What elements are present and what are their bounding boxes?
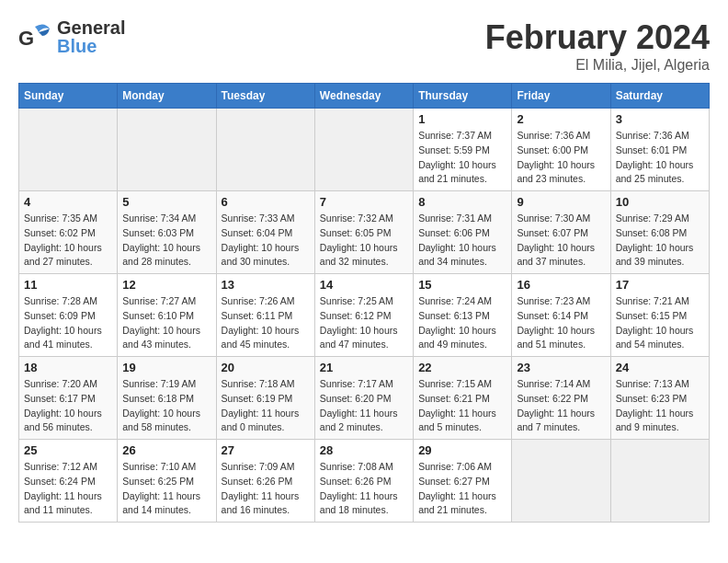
day-number: 22 <box>418 361 506 374</box>
logo-icon: G <box>18 19 53 54</box>
day-info-line: Sunrise: 7:31 AM <box>418 212 506 226</box>
day-info-line: Sunrise: 7:26 AM <box>222 294 310 309</box>
day-number: 11 <box>24 278 112 292</box>
day-info-line: Daylight: 11 hours <box>320 489 408 504</box>
day-info-line: Sunset: 6:09 PM <box>24 309 112 324</box>
day-info-line: Sunset: 6:26 PM <box>222 475 310 489</box>
day-number: 19 <box>122 361 210 374</box>
day-info-line: Sunset: 6:13 PM <box>418 309 506 324</box>
weekday-row: SundayMondayTuesdayWednesdayThursdayFrid… <box>19 84 710 109</box>
day-info-line: Daylight: 11 hours <box>24 489 112 504</box>
calendar-cell: 12Sunrise: 7:27 AMSunset: 6:10 PMDayligh… <box>118 274 216 357</box>
calendar-cell: 23Sunrise: 7:14 AMSunset: 6:22 PMDayligh… <box>512 357 610 440</box>
day-info-line: Daylight: 11 hours <box>320 407 408 421</box>
weekday-header-tuesday: Tuesday <box>216 84 314 109</box>
day-info-line: Daylight: 10 hours <box>418 241 506 256</box>
calendar-cell: 20Sunrise: 7:18 AMSunset: 6:19 PMDayligh… <box>216 357 314 440</box>
calendar-cell: 2Sunrise: 7:36 AMSunset: 6:00 PMDaylight… <box>512 109 610 191</box>
day-info-line: Sunset: 6:14 PM <box>517 309 605 324</box>
day-info-line: Daylight: 11 hours <box>418 489 506 504</box>
day-info-line: Sunrise: 7:06 AM <box>418 460 506 475</box>
day-info-line: and 41 minutes. <box>24 338 112 352</box>
day-number: 20 <box>222 361 310 374</box>
day-info-line: Sunrise: 7:36 AM <box>517 129 605 144</box>
day-info-line: Sunset: 6:11 PM <box>222 309 310 324</box>
day-info-line: and 47 minutes. <box>320 338 408 352</box>
calendar-subtitle: El Milia, Jijel, Algeria <box>485 57 710 74</box>
calendar-week-4: 18Sunrise: 7:20 AMSunset: 6:17 PMDayligh… <box>19 357 710 440</box>
day-number: 3 <box>616 112 704 126</box>
day-info-line: Daylight: 11 hours <box>122 489 210 504</box>
calendar-cell: 29Sunrise: 7:06 AMSunset: 6:27 PMDayligh… <box>414 440 512 523</box>
title-block: February 2024 El Milia, Jijel, Algeria <box>485 18 710 74</box>
day-info-line: Sunrise: 7:17 AM <box>320 377 408 392</box>
day-info-line: Sunrise: 7:09 AM <box>222 460 310 475</box>
calendar-cell: 17Sunrise: 7:21 AMSunset: 6:15 PMDayligh… <box>610 274 709 357</box>
calendar-cell: 14Sunrise: 7:25 AMSunset: 6:12 PMDayligh… <box>314 274 413 357</box>
calendar-cell: 28Sunrise: 7:08 AMSunset: 6:26 PMDayligh… <box>314 440 413 523</box>
day-info-line: Sunset: 6:04 PM <box>222 226 310 241</box>
day-info-line: and 45 minutes. <box>222 338 310 352</box>
day-info-line: Daylight: 10 hours <box>122 324 210 339</box>
day-info-line: Sunset: 6:25 PM <box>122 475 210 489</box>
day-info-line: Sunset: 6:03 PM <box>122 226 210 241</box>
day-info-line: Sunrise: 7:10 AM <box>122 460 210 475</box>
calendar-cell: 5Sunrise: 7:34 AMSunset: 6:03 PMDaylight… <box>118 191 216 274</box>
day-number: 12 <box>122 278 210 292</box>
day-info-line: and 23 minutes. <box>517 172 605 187</box>
day-info-line: and 58 minutes. <box>122 420 210 435</box>
day-info-line: Daylight: 10 hours <box>517 324 605 339</box>
calendar-cell <box>512 440 610 523</box>
calendar-week-5: 25Sunrise: 7:12 AMSunset: 6:24 PMDayligh… <box>19 440 710 523</box>
day-number: 27 <box>222 443 310 457</box>
day-info-line: Daylight: 10 hours <box>320 324 408 339</box>
day-info-line: and 18 minutes. <box>320 503 408 518</box>
calendar-cell <box>610 440 709 523</box>
day-info-line: Sunset: 6:22 PM <box>517 392 605 407</box>
day-number: 7 <box>320 195 408 209</box>
day-info-line: Daylight: 10 hours <box>418 158 506 173</box>
day-info-line: Sunset: 6:02 PM <box>24 226 112 241</box>
day-number: 28 <box>320 443 408 457</box>
day-info-line: and 39 minutes. <box>616 255 704 270</box>
calendar-cell: 24Sunrise: 7:13 AMSunset: 6:23 PMDayligh… <box>610 357 709 440</box>
day-info-line: Sunset: 6:26 PM <box>320 475 408 489</box>
day-info-line: and 16 minutes. <box>222 503 310 518</box>
calendar-title: February 2024 <box>485 18 710 57</box>
day-number: 15 <box>418 278 506 292</box>
calendar-cell <box>19 109 118 191</box>
logo-line2: Blue <box>57 37 125 55</box>
day-number: 29 <box>418 443 506 457</box>
day-info-line: and 5 minutes. <box>418 420 506 435</box>
calendar-cell <box>118 109 216 191</box>
day-info-line: Daylight: 10 hours <box>222 241 310 256</box>
day-info-line: Sunrise: 7:32 AM <box>320 212 408 226</box>
calendar-cell: 7Sunrise: 7:32 AMSunset: 6:05 PMDaylight… <box>314 191 413 274</box>
calendar-cell: 15Sunrise: 7:24 AMSunset: 6:13 PMDayligh… <box>414 274 512 357</box>
day-info-line: and 9 minutes. <box>616 420 704 435</box>
calendar-cell: 13Sunrise: 7:26 AMSunset: 6:11 PMDayligh… <box>216 274 314 357</box>
day-info-line: and 21 minutes. <box>418 172 506 187</box>
day-info-line: and 28 minutes. <box>122 255 210 270</box>
day-info-line: Sunset: 6:07 PM <box>517 226 605 241</box>
day-info-line: Sunrise: 7:29 AM <box>616 212 704 226</box>
calendar-week-3: 11Sunrise: 7:28 AMSunset: 6:09 PMDayligh… <box>19 274 710 357</box>
day-info-line: Daylight: 11 hours <box>222 407 310 421</box>
day-info-line: and 14 minutes. <box>122 503 210 518</box>
day-info-line: Sunset: 6:01 PM <box>616 144 704 158</box>
day-number: 16 <box>517 278 605 292</box>
day-info-line: Sunset: 6:23 PM <box>616 392 704 407</box>
day-info-line: Sunrise: 7:30 AM <box>517 212 605 226</box>
calendar-cell: 21Sunrise: 7:17 AMSunset: 6:20 PMDayligh… <box>314 357 413 440</box>
day-info-line: Sunrise: 7:21 AM <box>616 294 704 309</box>
calendar-cell: 16Sunrise: 7:23 AMSunset: 6:14 PMDayligh… <box>512 274 610 357</box>
day-info-line: and 32 minutes. <box>320 255 408 270</box>
calendar-cell: 10Sunrise: 7:29 AMSunset: 6:08 PMDayligh… <box>610 191 709 274</box>
day-info-line: Sunset: 6:18 PM <box>122 392 210 407</box>
day-info-line: Sunrise: 7:13 AM <box>616 377 704 392</box>
day-info-line: Sunrise: 7:36 AM <box>616 129 704 144</box>
day-info-line: Daylight: 10 hours <box>122 241 210 256</box>
day-info-line: and 25 minutes. <box>616 172 704 187</box>
page-header: G General Blue February 2024 El Milia, J… <box>18 18 710 74</box>
weekday-header-thursday: Thursday <box>414 84 512 109</box>
